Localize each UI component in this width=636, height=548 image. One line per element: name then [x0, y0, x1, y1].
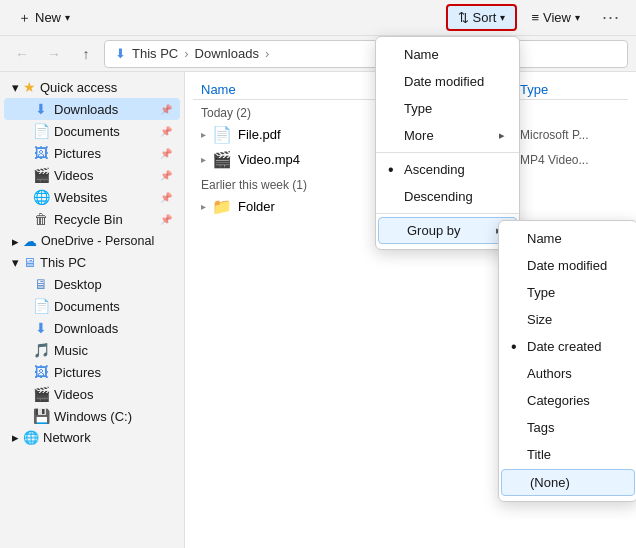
- groupby-none-item[interactable]: (None): [501, 469, 635, 496]
- sidebar-recyclebin-label: Recycle Bin: [54, 212, 123, 227]
- sort-date-modified-item[interactable]: Date modified: [376, 68, 519, 95]
- pin-icon-doc: 📌: [160, 126, 172, 137]
- pdf-icon: 📄: [212, 125, 232, 144]
- downloads-pc-icon: ⬇: [32, 320, 50, 336]
- sort-groupby-item[interactable]: Group by ▸: [378, 217, 517, 244]
- pin-icon: 📌: [160, 104, 172, 115]
- documents-icon: 📄: [32, 123, 50, 139]
- documents-pc-icon: 📄: [32, 298, 50, 314]
- sidebar-item-downloads-pc[interactable]: ⬇ Downloads: [4, 317, 180, 339]
- address-bar: ← → ↑ ⬇ This PC › Downloads ›: [0, 36, 636, 72]
- more-options-button[interactable]: ···: [594, 3, 628, 32]
- sidebar-downloads-pc-label: Downloads: [54, 321, 118, 336]
- groupby-type-label: Type: [527, 285, 555, 300]
- windows-c-icon: 💾: [32, 408, 50, 424]
- new-button[interactable]: ＋ New ▾: [8, 5, 80, 31]
- quickaccess-expand-icon: ▾: [12, 80, 19, 95]
- sort-name-item[interactable]: Name: [376, 41, 519, 68]
- sidebar-videos-label: Videos: [54, 168, 94, 183]
- groupby-type-item[interactable]: Type: [499, 279, 636, 306]
- quickaccess-label: Quick access: [40, 80, 117, 95]
- view-button[interactable]: ≡ View ▾: [521, 6, 590, 29]
- sort-date-modified-label: Date modified: [404, 74, 484, 89]
- sidebar-item-websites-quick[interactable]: 🌐 Websites 📌: [4, 186, 180, 208]
- onedrive-icon: ☁: [23, 233, 37, 249]
- groupby-authors-item[interactable]: Authors: [499, 360, 636, 387]
- sort-button[interactable]: ⇅ Sort ▾: [446, 4, 518, 31]
- sidebar-downloads-label: Downloads: [54, 102, 118, 117]
- videos-pc-icon: 🎬: [32, 386, 50, 402]
- groupby-categories-label: Categories: [527, 393, 590, 408]
- sort-more-label: More: [404, 128, 434, 143]
- groupby-size-item[interactable]: Size: [499, 306, 636, 333]
- groupby-size-label: Size: [527, 312, 552, 327]
- websites-icon: 🌐: [32, 189, 50, 205]
- sort-label: Sort: [473, 10, 497, 25]
- sidebar-item-music-pc[interactable]: 🎵 Music: [4, 339, 180, 361]
- ascending-bullet-icon: •: [388, 162, 394, 178]
- forward-icon: →: [47, 46, 61, 62]
- groupby-categories-item[interactable]: Categories: [499, 387, 636, 414]
- sidebar-item-desktop[interactable]: 🖥 Desktop: [4, 273, 180, 295]
- back-button[interactable]: ←: [8, 40, 36, 68]
- groupby-tags-item[interactable]: Tags: [499, 414, 636, 441]
- groupby-date-created-item[interactable]: • Date created: [499, 333, 636, 360]
- sort-separator-1: [376, 152, 519, 153]
- mp4-icon: 🎬: [212, 150, 232, 169]
- sidebar-onedrive-header[interactable]: ▸ ☁ OneDrive - Personal: [4, 230, 180, 252]
- sidebar-item-pictures-pc[interactable]: 🖼 Pictures: [4, 361, 180, 383]
- groupby-date-created-label: Date created: [527, 339, 601, 354]
- groupby-date-modified-item[interactable]: Date modified: [499, 252, 636, 279]
- sidebar-quickaccess-header[interactable]: ▾ ★ Quick access: [4, 76, 180, 98]
- groupby-title-label: Title: [527, 447, 551, 462]
- pdf-filename: File.pdf: [238, 127, 388, 142]
- address-box[interactable]: ⬇ This PC › Downloads ›: [104, 40, 628, 68]
- path-sep2: ›: [265, 46, 269, 61]
- mp4-type: MP4 Video...: [520, 153, 620, 167]
- sidebar-desktop-label: Desktop: [54, 277, 102, 292]
- pictures-pc-icon: 🖼: [32, 364, 50, 380]
- sort-ascending-item[interactable]: • Ascending: [376, 156, 519, 183]
- network-expand-icon: ▸: [12, 430, 19, 445]
- sidebar-thispc-label: This PC: [40, 255, 86, 270]
- new-chevron-icon: ▾: [65, 12, 70, 23]
- view-label: View: [543, 10, 571, 25]
- sort-separator-2: [376, 213, 519, 214]
- sidebar-documents-pc-label: Documents: [54, 299, 120, 314]
- sidebar-item-documents-pc[interactable]: 📄 Documents: [4, 295, 180, 317]
- sidebar-websites-label: Websites: [54, 190, 107, 205]
- groupby-name-item[interactable]: Name: [499, 225, 636, 252]
- sidebar-item-videos-quick[interactable]: 🎬 Videos 📌: [4, 164, 180, 186]
- path-downloads: Downloads: [195, 46, 259, 61]
- sidebar-pictures-label: Pictures: [54, 146, 101, 161]
- sort-dropdown: Name Date modified Type More ▸ • Ascendi…: [375, 36, 520, 250]
- up-button[interactable]: ↑: [72, 40, 100, 68]
- groupby-title-item[interactable]: Title: [499, 441, 636, 468]
- sidebar-item-videos-pc[interactable]: 🎬 Videos: [4, 383, 180, 405]
- sort-icon: ⇅: [458, 10, 469, 25]
- network-icon: 🌐: [23, 430, 39, 445]
- sidebar-thispc-header[interactable]: ▾ 🖥 This PC: [4, 252, 180, 273]
- pin-icon-pic: 📌: [160, 148, 172, 159]
- sidebar-windows-c-label: Windows (C:): [54, 409, 132, 424]
- sidebar-item-downloads-quick[interactable]: ⬇ Downloads 📌: [4, 98, 180, 120]
- sidebar-item-pictures-quick[interactable]: 🖼 Pictures 📌: [4, 142, 180, 164]
- pin-icon-vid: 📌: [160, 170, 172, 181]
- sidebar-item-recyclebin[interactable]: 🗑 Recycle Bin 📌: [4, 208, 180, 230]
- sidebar-network-header[interactable]: ▸ 🌐 Network: [4, 427, 180, 448]
- forward-button[interactable]: →: [40, 40, 68, 68]
- sidebar-item-windows-c[interactable]: 💾 Windows (C:): [4, 405, 180, 427]
- onedrive-expand-icon: ▸: [12, 234, 19, 249]
- videos-icon: 🎬: [32, 167, 50, 183]
- up-icon: ↑: [83, 46, 90, 62]
- groupby-none-label: (None): [530, 475, 570, 490]
- view-chevron-icon: ▾: [575, 12, 580, 23]
- sidebar-item-documents-quick[interactable]: 📄 Documents 📌: [4, 120, 180, 142]
- more-submenu-arrow-icon: ▸: [499, 129, 505, 142]
- col-name-header: Name: [201, 82, 390, 97]
- sort-descending-item[interactable]: Descending: [376, 183, 519, 210]
- expand-icon: ▸: [201, 129, 206, 140]
- sort-more-item[interactable]: More ▸: [376, 122, 519, 149]
- sort-type-item[interactable]: Type: [376, 95, 519, 122]
- groupby-submenu: Name Date modified Type Size • Date crea…: [498, 220, 636, 502]
